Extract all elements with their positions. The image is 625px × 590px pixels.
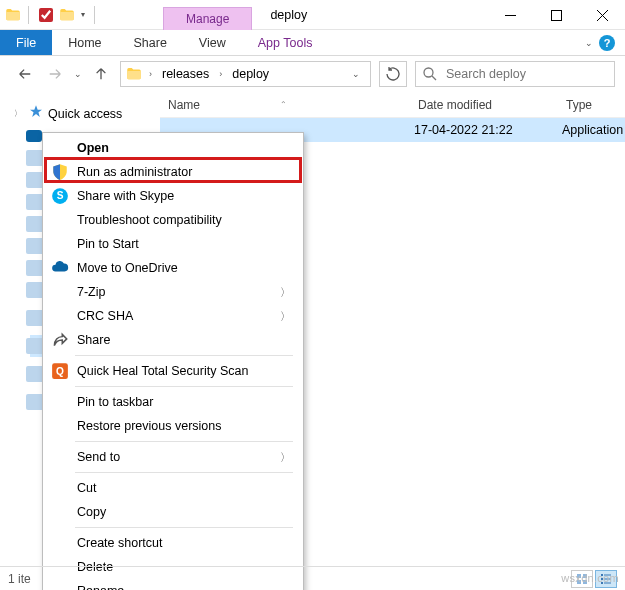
window-title: deploy — [270, 8, 307, 22]
ctx-restore-prev[interactable]: Restore previous versions — [45, 414, 301, 438]
sort-indicator-icon: ⌃ — [280, 100, 287, 109]
breadcrumb-releases[interactable]: releases — [158, 67, 213, 81]
column-type[interactable]: Type — [566, 98, 625, 112]
ctx-pin-taskbar[interactable]: Pin to taskbar — [45, 390, 301, 414]
address-bar[interactable]: › releases › deploy ⌄ — [120, 61, 371, 87]
svg-text:Q: Q — [56, 366, 64, 377]
ctx-troubleshoot[interactable]: Troubleshoot compatibility — [45, 208, 301, 232]
watermark: wsxdn.com — [561, 572, 619, 584]
column-headers: Name ⌃ Date modified Type — [160, 92, 625, 118]
file-tab[interactable]: File — [0, 30, 52, 55]
column-date[interactable]: Date modified — [418, 98, 566, 112]
ctx-separator — [75, 355, 293, 356]
onedrive-icon — [51, 259, 69, 277]
refresh-button[interactable] — [379, 61, 407, 87]
back-button[interactable] — [14, 63, 36, 85]
qat-checkbox[interactable] — [39, 8, 53, 22]
quick-access-toolbar: ▾ — [0, 0, 103, 29]
submenu-arrow-icon: 〉 — [280, 285, 291, 300]
folder-icon — [58, 6, 76, 24]
ribbon-tabs: File Home Share View App Tools ⌄ ? — [0, 30, 625, 56]
search-input[interactable] — [444, 66, 608, 82]
star-icon — [28, 104, 44, 123]
ctx-cut[interactable]: Cut — [45, 476, 301, 500]
view-tab[interactable]: View — [183, 30, 242, 55]
svg-text:S: S — [57, 190, 64, 201]
submenu-arrow-icon: 〉 — [280, 309, 291, 324]
item-count: 1 ite — [8, 572, 31, 586]
ctx-share-skype[interactable]: S Share with Skype — [45, 184, 301, 208]
skype-icon: S — [51, 187, 69, 205]
folder-icon — [4, 6, 22, 24]
apptools-tab[interactable]: App Tools — [242, 30, 329, 55]
ctx-send-to[interactable]: Send to 〉 — [45, 445, 301, 469]
ctx-move-onedrive[interactable]: Move to OneDrive — [45, 256, 301, 280]
context-menu: Open Run as administrator S Share with S… — [42, 132, 304, 590]
ctx-crc-sha[interactable]: CRC SHA 〉 — [45, 304, 301, 328]
ctx-pin-start[interactable]: Pin to Start — [45, 232, 301, 256]
file-date: 17-04-2022 21:22 — [414, 123, 562, 137]
manage-tab[interactable]: Manage — [163, 7, 252, 30]
svg-point-1 — [424, 68, 433, 77]
ctx-separator — [75, 472, 293, 473]
ctx-separator — [75, 441, 293, 442]
up-button[interactable] — [90, 63, 112, 85]
home-tab[interactable]: Home — [52, 30, 117, 55]
forward-button[interactable] — [44, 63, 66, 85]
search-box[interactable] — [415, 61, 615, 87]
separator — [28, 6, 29, 24]
ctx-run-as-admin[interactable]: Run as administrator — [45, 160, 301, 184]
address-dropdown-icon[interactable]: ⌄ — [346, 69, 366, 79]
address-bar-row: ⌄ › releases › deploy ⌄ — [0, 56, 625, 92]
qat-dropdown-icon[interactable]: ▾ — [78, 10, 88, 19]
ctx-copy[interactable]: Copy — [45, 500, 301, 524]
ctx-quickheal[interactable]: Q Quick Heal Total Security Scan — [45, 359, 301, 383]
share-icon — [51, 331, 69, 349]
recent-dropdown-icon[interactable]: ⌄ — [74, 69, 82, 79]
column-name[interactable]: Name ⌃ — [164, 98, 418, 112]
ctx-create-shortcut[interactable]: Create shortcut — [45, 531, 301, 555]
contextual-tab-area: Manage — [163, 0, 252, 29]
quick-access-label: Quick access — [48, 107, 122, 121]
shield-icon — [51, 163, 69, 181]
share-tab[interactable]: Share — [118, 30, 183, 55]
file-type: Application — [562, 123, 623, 137]
quick-access-section[interactable]: 〉 Quick access — [0, 102, 160, 125]
expand-ribbon-icon[interactable]: ⌄ — [585, 38, 593, 48]
chevron-right-icon[interactable]: › — [147, 69, 154, 79]
separator — [94, 6, 95, 24]
breadcrumb-deploy[interactable]: deploy — [228, 67, 273, 81]
titlebar: ▾ Manage deploy — [0, 0, 625, 30]
submenu-arrow-icon: 〉 — [280, 450, 291, 465]
close-button[interactable] — [579, 0, 625, 30]
help-button[interactable]: ? — [599, 35, 615, 51]
expand-icon[interactable]: 〉 — [14, 108, 24, 119]
chevron-right-icon[interactable]: › — [217, 69, 224, 79]
ctx-separator — [75, 527, 293, 528]
maximize-button[interactable] — [533, 0, 579, 30]
ctx-separator — [75, 386, 293, 387]
window-controls — [487, 0, 625, 29]
minimize-button[interactable] — [487, 0, 533, 30]
svg-rect-0 — [551, 10, 561, 20]
ctx-share[interactable]: Share — [45, 328, 301, 352]
folder-icon — [125, 65, 143, 83]
ctx-7zip[interactable]: 7-Zip 〉 — [45, 280, 301, 304]
quickheal-icon: Q — [51, 362, 69, 380]
status-bar: 1 ite — [0, 566, 625, 590]
search-icon — [422, 66, 438, 82]
ctx-open[interactable]: Open — [45, 136, 301, 160]
